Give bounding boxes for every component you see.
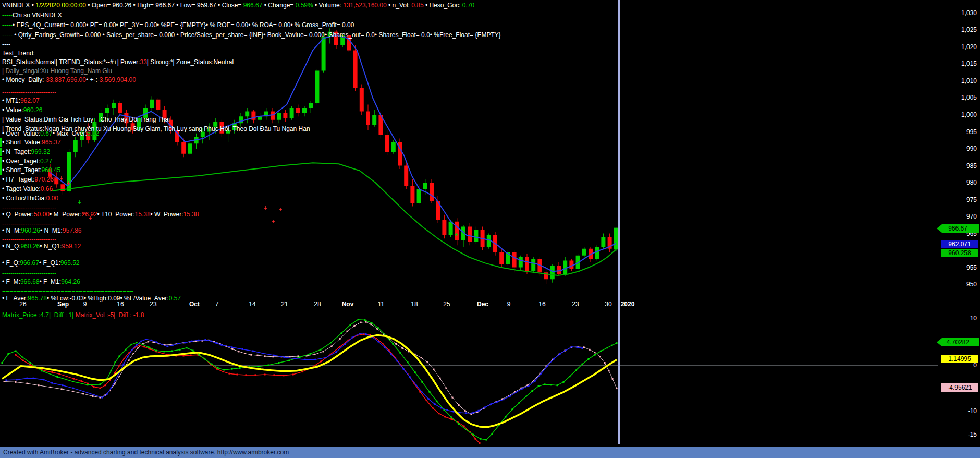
- candle-up: [372, 115, 376, 125]
- candle-down: [385, 135, 389, 152]
- osc-pink-marker: [594, 352, 596, 353]
- osc-green-marker: [136, 342, 138, 343]
- osc-blue-marker: [503, 399, 505, 400]
- osc-pink-marker: [38, 384, 40, 386]
- axis-tick-label: 1,015: [961, 60, 977, 67]
- axis-tick-label: 995: [966, 128, 977, 136]
- osc-blue-marker: [478, 410, 480, 412]
- osc-green-marker: [563, 381, 565, 383]
- chart-canvas[interactable]: [0, 0, 980, 458]
- osc-green-marker: [616, 342, 618, 344]
- osc-red-marker: [150, 348, 151, 350]
- osc-green-marker: [21, 356, 23, 357]
- candle-up: [563, 261, 567, 274]
- osc-green-marker: [299, 356, 301, 358]
- osc-pink-marker: [264, 355, 266, 357]
- osc-green-marker: [538, 385, 540, 387]
- candle-up: [80, 132, 84, 140]
- date-axis-label: 9: [507, 300, 511, 308]
- osc-red-marker: [451, 418, 452, 420]
- osc-pink-marker: [354, 325, 356, 327]
- candle-up: [150, 100, 154, 108]
- candle-down: [353, 51, 358, 88]
- osc-blue-marker: [106, 393, 108, 395]
- osc-green-marker: [414, 371, 416, 373]
- date-axis-label: 2020: [621, 300, 635, 308]
- candle-up: [601, 237, 605, 247]
- candle-up: [595, 247, 599, 259]
- osc-red-marker: [74, 378, 75, 380]
- osc-pink-marker: [314, 354, 316, 355]
- candle-down: [163, 110, 167, 120]
- osc-blue-marker: [397, 360, 398, 361]
- osc-green-marker: [519, 402, 520, 404]
- osc-red-marker: [100, 388, 101, 389]
- osc-red-marker: [274, 374, 275, 376]
- osc-pink-marker: [616, 388, 618, 389]
- candle-down: [131, 123, 135, 130]
- osc-pink-marker: [365, 321, 367, 323]
- candle-down: [430, 183, 434, 201]
- osc-pink-marker: [257, 355, 259, 356]
- date-axis-label: 30: [605, 300, 611, 308]
- candle-down: [499, 252, 504, 264]
- osc-blue-marker: [541, 373, 542, 375]
- osc-blue-marker: [384, 346, 386, 348]
- osc-green-marker: [258, 366, 259, 367]
- osc-blue-marker: [52, 382, 53, 384]
- candle-down: [404, 166, 408, 186]
- osc-blue-marker: [205, 339, 206, 341]
- osc-green-marker: [100, 383, 101, 385]
- osc-green-marker: [205, 359, 206, 360]
- osc-red-marker: [190, 355, 192, 356]
- osc-blue-marker: [72, 388, 74, 389]
- osc-pink-marker: [323, 351, 324, 352]
- date-axis-label: 14: [249, 300, 255, 308]
- osc-green-marker: [186, 347, 188, 348]
- date-axis-label: Oct: [189, 300, 200, 308]
- osc-pink-marker: [599, 356, 601, 357]
- candle-up: [137, 118, 141, 130]
- osc-red-marker: [59, 373, 60, 375]
- osc-green-tag: 4.70282: [937, 338, 979, 346]
- osc-pink-marker: [452, 397, 454, 399]
- osc-pink-marker: [273, 356, 274, 357]
- osc-blue-marker: [472, 412, 473, 414]
- osc-green-marker: [407, 361, 409, 363]
- osc-red-marker: [432, 407, 434, 408]
- osc-blue-marker: [27, 378, 28, 379]
- osc-pink-marker: [244, 353, 246, 354]
- osc-green-marker: [480, 438, 482, 440]
- osc-blue-marker: [415, 384, 417, 385]
- candle-up: [213, 122, 217, 127]
- osc-blue-marker: [509, 395, 511, 397]
- candle-up: [391, 142, 396, 152]
- signal-marker: [89, 216, 92, 220]
- osc-green-marker: [429, 391, 431, 393]
- osc-green-marker: [231, 368, 233, 370]
- osc-blue-marker: [43, 379, 45, 380]
- osc-blue-marker: [136, 344, 138, 346]
- candle-up: [309, 103, 313, 108]
- osc-green-marker: [607, 347, 608, 348]
- osc-blue-marker: [547, 365, 548, 367]
- osc-pink-marker: [446, 388, 447, 389]
- date-axis-label: 23: [150, 300, 156, 308]
- osc-red-marker: [66, 376, 68, 377]
- osc-red-marker: [229, 373, 230, 375]
- osc-blue-marker: [62, 384, 64, 386]
- osc-green-marker: [601, 351, 602, 352]
- osc-green-marker: [505, 416, 507, 418]
- crosshair-cursor-line: [618, 0, 620, 444]
- osc-blue-marker: [242, 348, 243, 350]
- osc-green-marker: [492, 433, 493, 435]
- osc-green-marker: [119, 355, 120, 357]
- date-axis-label: 28: [314, 300, 321, 308]
- candle-up: [258, 116, 262, 120]
- date-axis-label: 18: [411, 300, 418, 308]
- candle-up: [315, 71, 319, 103]
- osc-blue-marker: [191, 341, 193, 342]
- osc-green-marker: [125, 349, 127, 351]
- axis-tick-label: -15: [968, 431, 977, 438]
- date-axis-label: 11: [378, 300, 384, 308]
